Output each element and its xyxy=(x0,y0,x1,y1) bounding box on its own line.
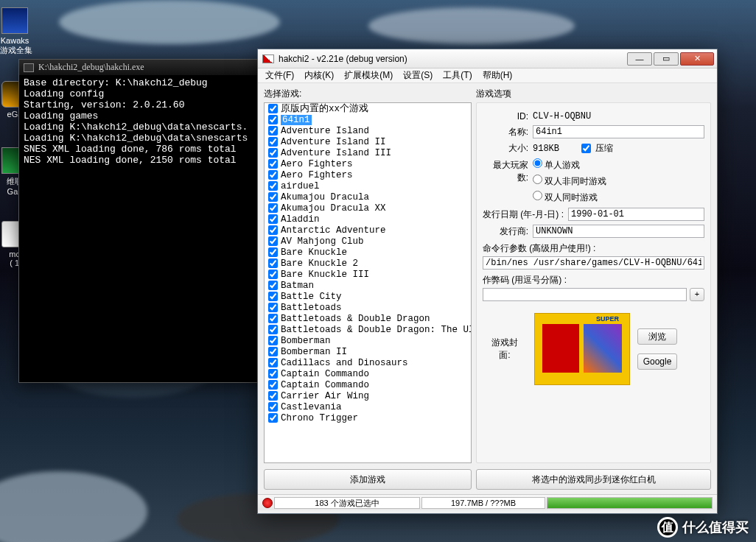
id-label: ID: xyxy=(483,111,528,122)
list-item[interactable]: Bare Knuckle III xyxy=(265,269,471,280)
list-item[interactable]: Aero Fighters xyxy=(265,158,471,169)
players-radio-2p-alt[interactable] xyxy=(533,175,542,184)
game-checkbox[interactable] xyxy=(268,325,278,334)
console-title: K:\hakchi2_debug\hakchi.exe xyxy=(38,62,144,73)
game-checkbox[interactable] xyxy=(268,270,278,279)
game-checkbox[interactable] xyxy=(268,281,278,290)
minimize-button[interactable]: — xyxy=(627,52,652,66)
game-checkbox[interactable] xyxy=(268,347,278,356)
close-button[interactable]: ✕ xyxy=(680,52,714,66)
game-list[interactable]: 原版内置的xx个游戏64in1Adventure IslandAdventure… xyxy=(264,102,472,463)
list-item[interactable]: Batman xyxy=(265,280,471,291)
compress-checkbox[interactable] xyxy=(581,144,591,153)
list-item[interactable]: Akumajou Dracula XX xyxy=(265,203,471,214)
list-item[interactable]: Battle City xyxy=(265,291,471,302)
hakchi-window: hakchi2 - v2.21e (debug version) — ▭ ✕ 文… xyxy=(257,49,718,514)
list-item[interactable]: Adventure Island xyxy=(265,125,471,136)
date-label: 发行日期 (年-月-日) : xyxy=(483,208,564,221)
list-item[interactable]: Chrono Trigger xyxy=(265,412,471,423)
list-item[interactable]: Bomberman xyxy=(265,335,471,346)
google-button[interactable]: Google xyxy=(637,353,677,370)
publisher-input[interactable] xyxy=(533,225,704,238)
game-checkbox[interactable] xyxy=(268,159,278,169)
cmdline-input[interactable] xyxy=(483,256,704,270)
menu-extensions[interactable]: 扩展模块(M) xyxy=(344,69,393,82)
players-radio-2p-sim[interactable] xyxy=(533,191,542,200)
watermark-icon: 值 xyxy=(657,517,678,538)
game-checkbox[interactable] xyxy=(268,336,278,345)
game-checkbox[interactable] xyxy=(268,402,278,412)
menu-help[interactable]: 帮助(H) xyxy=(483,69,513,82)
game-checkbox[interactable] xyxy=(268,413,278,423)
game-checkbox[interactable] xyxy=(268,314,278,323)
date-input[interactable] xyxy=(568,208,704,221)
game-checkbox[interactable] xyxy=(268,236,278,246)
game-name: Akumajou Dracula XX xyxy=(281,203,386,214)
add-games-button[interactable]: 添加游戏 xyxy=(264,469,472,490)
list-item[interactable]: 64in1 xyxy=(265,114,471,125)
list-item[interactable]: Captain Commando xyxy=(265,379,471,390)
game-name: Captain Commando xyxy=(281,369,369,379)
menu-kernel[interactable]: 内核(K) xyxy=(304,69,334,82)
list-item[interactable]: Antarctic Adventure xyxy=(265,225,471,236)
titlebar[interactable]: hakchi2 - v2.21e (debug version) — ▭ ✕ xyxy=(258,49,717,68)
cover-super-text: SUPER xyxy=(596,315,619,323)
game-checkbox[interactable] xyxy=(268,380,278,390)
players-radio-1p[interactable] xyxy=(533,158,542,168)
browse-button[interactable]: 浏览 xyxy=(637,328,677,345)
list-item[interactable]: Aero Fighters xyxy=(265,169,471,180)
game-checkbox[interactable] xyxy=(268,391,278,401)
cover-image[interactable]: SUPER xyxy=(534,313,630,385)
desktop-icon-kawaks[interactable]: Kawaks 游戏全集 xyxy=(0,7,29,56)
menu-tools[interactable]: 工具(T) xyxy=(443,69,472,82)
list-item[interactable]: Captain Commando xyxy=(265,368,471,379)
game-name: Cadillacs and Dinosaurs xyxy=(281,358,408,368)
players-label: 最大玩家数: xyxy=(483,159,528,184)
list-item[interactable]: Battletoads & Double Dragon xyxy=(265,313,471,324)
list-item[interactable]: Battletoads xyxy=(265,302,471,313)
game-checkbox[interactable] xyxy=(268,247,278,257)
game-name: Bare Knuckle III xyxy=(281,270,369,280)
list-item[interactable]: Bomberman II xyxy=(265,346,471,357)
list-item[interactable]: Cadillacs and Dinosaurs xyxy=(265,357,471,368)
game-checkbox[interactable] xyxy=(268,303,278,312)
list-item[interactable]: Aladdin xyxy=(265,214,471,225)
menu-file[interactable]: 文件(F) xyxy=(265,69,294,82)
id-value: CLV-H-OQBNU xyxy=(533,111,591,122)
maximize-button[interactable]: ▭ xyxy=(654,52,679,66)
game-checkbox[interactable] xyxy=(268,126,278,136)
game-checkbox[interactable] xyxy=(268,225,278,235)
game-name: Chrono Trigger xyxy=(281,413,358,423)
list-item[interactable]: Carrier Air Wing xyxy=(265,390,471,401)
game-checkbox[interactable] xyxy=(268,214,278,224)
game-checkbox[interactable] xyxy=(268,181,278,191)
list-item[interactable]: Adventure Island II xyxy=(265,136,471,147)
list-item[interactable]: Adventure Island III xyxy=(265,147,471,158)
list-item[interactable]: Bare Knuckle 2 xyxy=(265,258,471,269)
sync-button[interactable]: 将选中的游戏同步到迷你红白机 xyxy=(476,469,711,490)
list-item[interactable]: airduel xyxy=(265,180,471,191)
menu-settings[interactable]: 设置(S) xyxy=(403,69,433,82)
cheat-add-button[interactable]: + xyxy=(690,288,704,301)
list-item[interactable]: Akumajou Dracula xyxy=(265,191,471,203)
game-checkbox[interactable] xyxy=(268,192,278,202)
game-checkbox[interactable] xyxy=(268,115,278,124)
game-checkbox[interactable] xyxy=(268,369,278,379)
list-item[interactable]: AV Mahjong Club xyxy=(265,236,471,247)
watermark: 值 什么值得买 xyxy=(657,517,749,538)
game-name: Aero Fighters xyxy=(281,170,353,180)
game-checkbox[interactable] xyxy=(268,170,278,180)
game-checkbox[interactable] xyxy=(268,292,278,301)
list-item[interactable]: Battletoads & Double Dragon: The Ul... xyxy=(265,324,471,335)
game-checkbox[interactable] xyxy=(268,137,278,147)
cheat-input[interactable] xyxy=(483,288,687,301)
list-item[interactable]: Bare Knuckle xyxy=(265,247,471,258)
list-item[interactable]: 原版内置的xx个游戏 xyxy=(265,103,471,114)
name-input[interactable] xyxy=(533,125,704,138)
list-item[interactable]: Castlevania xyxy=(265,401,471,412)
game-checkbox[interactable] xyxy=(268,203,278,213)
game-checkbox[interactable] xyxy=(268,104,278,113)
game-checkbox[interactable] xyxy=(268,358,278,367)
game-checkbox[interactable] xyxy=(268,148,278,158)
game-checkbox[interactable] xyxy=(268,258,278,268)
